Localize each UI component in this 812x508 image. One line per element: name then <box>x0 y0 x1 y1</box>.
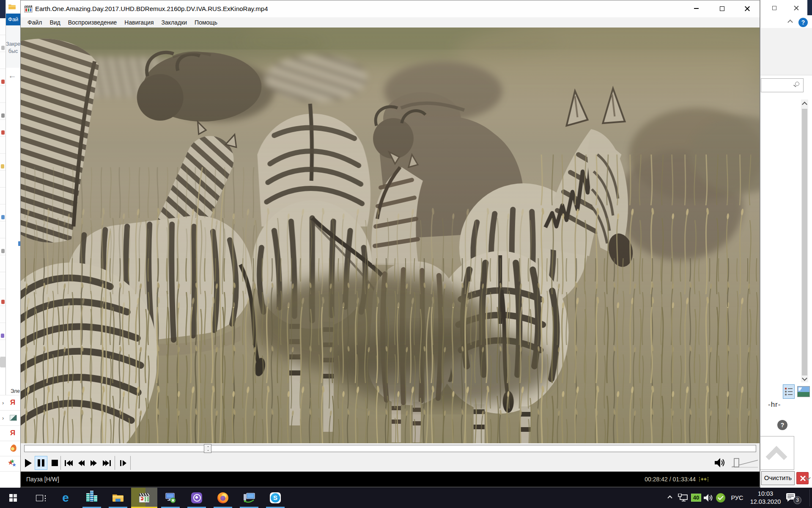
desktop: Фай Закре быс ← Эле › Я › Я <box>0 0 812 508</box>
big-chevron-up-icon <box>766 446 787 468</box>
clear-button[interactable]: Очистить <box>761 471 795 485</box>
list-view-toggle[interactable] <box>783 384 795 399</box>
background-icon-list <box>0 18 5 357</box>
background-window-corner <box>807 0 812 15</box>
play-button[interactable] <box>22 456 34 470</box>
volume-slider[interactable] <box>731 458 760 469</box>
explorer-nav-row: ← <box>6 68 20 87</box>
start-button[interactable] <box>0 488 26 508</box>
show-desktop-divider[interactable] <box>809 489 810 506</box>
fast-forward-button[interactable] <box>88 456 99 470</box>
explorer-titlebar[interactable] <box>6 0 20 14</box>
divider <box>60 456 61 470</box>
list-icon-sliver <box>1 46 5 50</box>
chevron-right-icon: › <box>2 400 4 406</box>
pc-sync-icon <box>165 492 176 504</box>
minimize-button[interactable] <box>684 0 708 17</box>
folder-icon <box>8 4 16 10</box>
taskbar-pc-sync-app[interactable] <box>157 488 184 508</box>
back-arrow-icon[interactable]: ← <box>8 71 16 80</box>
taskbar-city-app[interactable] <box>79 488 105 508</box>
desktop-shortcut-list: › Я › Я ★★★ <box>0 395 20 488</box>
image-view-toggle[interactable] <box>797 386 810 397</box>
list-item-flame[interactable] <box>0 441 20 456</box>
list-item-image[interactable]: › <box>0 410 20 425</box>
pause-button[interactable] <box>35 456 47 470</box>
taskbar-skype[interactable]: S <box>262 488 288 508</box>
scrollbar-thumb[interactable] <box>802 109 807 375</box>
side-panel-window: ? -hr- ? Очистить <box>760 0 812 488</box>
chevron-right-icon: › <box>2 415 4 421</box>
list-icon-sliver <box>1 130 5 135</box>
list-item-yandex2[interactable]: Я <box>0 425 20 441</box>
language-indicator[interactable]: РУС <box>728 488 746 508</box>
task-view-button[interactable] <box>26 488 52 508</box>
seek-area <box>21 443 760 454</box>
menu-playback[interactable]: Воспроизведение <box>64 17 121 28</box>
player-titlebar[interactable]: Earth.One.Amazing.Day.2017.UHD.BDRemux.2… <box>21 0 760 17</box>
menu-navigation[interactable]: Навигация <box>121 17 157 28</box>
viber-icon <box>191 492 202 503</box>
help-button[interactable]: ? <box>798 18 808 27</box>
maximize-button[interactable] <box>710 0 734 17</box>
speaker-icon[interactable] <box>703 494 713 502</box>
explorer-window-sliver: Фай Закре быс ← Эле <box>5 0 20 395</box>
list-icon-sliver <box>1 215 5 219</box>
window-title: Earth.One.Amazing.Day.2017.UHD.BDRemux.2… <box>35 0 268 17</box>
audio-status-icon <box>698 475 709 483</box>
question-icon[interactable]: ? <box>777 420 787 430</box>
rewind-button[interactable] <box>76 456 87 470</box>
hidden-icons-chevron[interactable] <box>667 495 672 500</box>
list-icon-sliver <box>1 80 5 84</box>
search-input[interactable] <box>761 78 804 92</box>
frame-step-button[interactable] <box>117 456 129 470</box>
stop-button[interactable] <box>49 456 60 470</box>
taskbar-media-player[interactable] <box>131 488 157 508</box>
player-menubar: Файл Вид Воспроизведение Навигация Закла… <box>21 17 760 28</box>
yandex-icon: Я <box>10 429 15 437</box>
list-icon-sliver <box>1 164 4 168</box>
menu-bookmarks[interactable]: Закладки <box>158 17 191 28</box>
battery-percent-badge[interactable]: 40 <box>691 494 701 502</box>
menu-view[interactable]: Вид <box>46 17 64 28</box>
notification-badge: 3 <box>793 496 801 504</box>
panel-maximize-button[interactable] <box>768 3 781 13</box>
explorer-pin-quickaccess-button[interactable]: Закре быс <box>6 25 20 68</box>
clock[interactable]: 10:03 12.03.2020 <box>746 490 785 506</box>
antivirus-check-icon[interactable] <box>716 493 725 502</box>
scroll-down-icon[interactable] <box>802 375 807 381</box>
menu-file[interactable]: Файл <box>24 17 46 28</box>
taskbar-file-explorer[interactable] <box>105 488 131 508</box>
seek-bar[interactable] <box>24 445 756 452</box>
panel-scrollbar[interactable] <box>801 99 808 382</box>
taskbar-pc-network-app[interactable] <box>236 488 262 508</box>
background-windows-column: Фай Закре быс ← Эле › Я › Я <box>0 0 20 488</box>
explorer-file-tab[interactable]: Фай <box>6 14 20 25</box>
taskbar-edge[interactable]: e <box>52 488 79 508</box>
media-player-classic-icon <box>138 492 150 504</box>
video-frame[interactable] <box>21 28 760 443</box>
list-item-stars[interactable]: ★★★ <box>0 456 20 471</box>
background-window-corner <box>0 0 5 18</box>
seek-thumb[interactable] <box>204 444 211 453</box>
player-statusbar: Пауза [H/W] 00:28:42 / 01:33:44 <box>21 472 760 487</box>
skip-end-button[interactable] <box>100 456 113 470</box>
menu-help[interactable]: Помощь <box>191 17 221 28</box>
scroll-up-icon[interactable] <box>802 102 807 107</box>
list-icon-sliver <box>1 249 5 253</box>
collapse-chevron-icon[interactable] <box>787 19 793 25</box>
task-view-icon <box>36 495 43 501</box>
panel-preview-box[interactable] <box>760 436 794 470</box>
list-item-yandex[interactable]: › Я <box>0 395 20 410</box>
flame-app-icon <box>10 444 17 453</box>
windows-logo-icon <box>9 494 17 502</box>
skip-start-button[interactable] <box>62 456 75 470</box>
network-icon[interactable] <box>678 494 689 502</box>
panel-close-button[interactable] <box>790 3 803 13</box>
volume-mute-icon[interactable] <box>714 457 726 469</box>
transport-controls <box>21 454 760 472</box>
firefox-icon <box>217 492 228 503</box>
close-button[interactable] <box>735 0 759 17</box>
taskbar-firefox[interactable] <box>210 488 236 508</box>
taskbar-viber[interactable] <box>184 488 210 508</box>
